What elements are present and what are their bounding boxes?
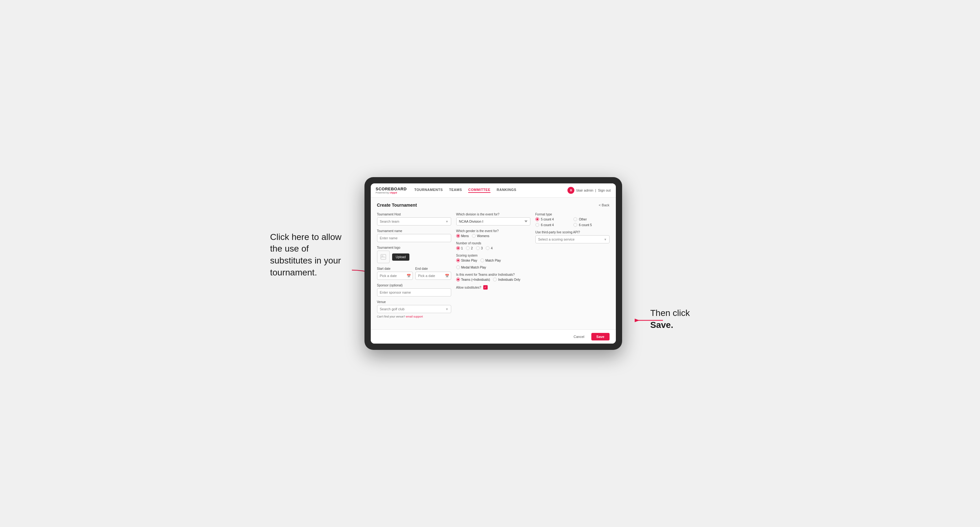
page-title: Create Tournament bbox=[377, 203, 417, 208]
logo-scoreboard: SCOREBOARD bbox=[376, 187, 407, 191]
event-teams[interactable]: Teams (+Individuals) bbox=[456, 278, 490, 281]
event-individuals-radio[interactable] bbox=[493, 278, 497, 281]
back-button[interactable]: < Back bbox=[599, 203, 609, 207]
date-row: Start date 📅 End date bbox=[377, 267, 451, 280]
format-6count5[interactable]: 6 count 5 bbox=[573, 223, 609, 227]
tournament-logo-group: Tournament logo Upload bbox=[377, 246, 451, 263]
scoring-stroke-radio[interactable] bbox=[456, 259, 460, 262]
end-date-wrap: 📅 bbox=[415, 271, 451, 280]
calendar-icon: 📅 bbox=[407, 274, 411, 278]
venue-input[interactable] bbox=[377, 305, 451, 313]
sponsor-group: Sponsor (optional) bbox=[377, 284, 451, 297]
scoring-match-radio[interactable] bbox=[480, 259, 484, 262]
cancel-button[interactable]: Cancel bbox=[570, 333, 588, 340]
end-date-group: End date 📅 bbox=[415, 267, 451, 280]
tournament-host-group: Tournament Host ▼ bbox=[377, 213, 451, 225]
logo-placeholder bbox=[377, 251, 390, 263]
nav-teams[interactable]: TEAMS bbox=[449, 188, 462, 193]
rounds-1[interactable]: 1 bbox=[456, 246, 463, 250]
tournament-host-input[interactable] bbox=[377, 217, 451, 225]
tournament-logo-label: Tournament logo bbox=[377, 246, 451, 249]
logo-area: SCOREBOARD Powered by clippd bbox=[376, 187, 407, 194]
form-col-1: Tournament Host ▼ Tournament name Tourna bbox=[377, 213, 451, 318]
substitutes-wrap: Allow substitutes? ✓ bbox=[456, 285, 530, 290]
format-group: Format type 5 count 4 Other bbox=[535, 213, 609, 227]
username: blair admin bbox=[576, 189, 593, 192]
scoring-dropdown-icon: ▼ bbox=[604, 238, 607, 241]
dropdown-icon: ▼ bbox=[445, 220, 449, 223]
nav-tournaments[interactable]: TOURNAMENTS bbox=[414, 188, 443, 193]
scoring-radio-group: Stroke Play Match Play Medal Match Play bbox=[456, 259, 530, 269]
logo-powered: Powered by clippd bbox=[376, 191, 407, 194]
rounds-4-radio[interactable] bbox=[486, 246, 490, 250]
event-type-group: Is this event for Teams and/or Individua… bbox=[456, 273, 530, 281]
page-wrapper: Click here to allow the use of substitut… bbox=[270, 177, 710, 350]
substitutes-group: Allow substitutes? ✓ bbox=[456, 285, 530, 290]
scoring-medal-match[interactable]: Medal Match Play bbox=[456, 265, 486, 269]
nav-rankings[interactable]: RANKINGS bbox=[497, 188, 517, 193]
event-teams-radio[interactable] bbox=[456, 278, 460, 281]
form-footer: Cancel Save bbox=[371, 329, 616, 344]
sponsor-input[interactable] bbox=[377, 288, 451, 297]
form-col-2: Which division is the event for? NCAA Di… bbox=[456, 213, 530, 318]
tournament-host-label: Tournament Host bbox=[377, 213, 451, 216]
tournament-name-label: Tournament name bbox=[377, 229, 451, 233]
pipe-separator: | bbox=[595, 189, 596, 192]
substitutes-checkbox[interactable]: ✓ bbox=[483, 285, 488, 290]
rounds-2[interactable]: 2 bbox=[466, 246, 473, 250]
gender-label: Which gender is the event for? bbox=[456, 229, 530, 233]
venue-dropdown-icon: ▼ bbox=[445, 308, 449, 311]
format-5count4-radio[interactable] bbox=[535, 217, 539, 221]
rounds-2-radio[interactable] bbox=[466, 246, 470, 250]
rounds-1-radio[interactable] bbox=[456, 246, 460, 250]
tournament-name-group: Tournament name bbox=[377, 229, 451, 242]
tablet-screen: SCOREBOARD Powered by clippd TOURNAMENTS… bbox=[371, 183, 616, 344]
format-other-radio[interactable] bbox=[573, 217, 577, 221]
scoring-stroke[interactable]: Stroke Play bbox=[456, 259, 477, 262]
format-6count4-radio[interactable] bbox=[535, 223, 539, 227]
format-5count4[interactable]: 5 count 4 bbox=[535, 217, 571, 221]
gender-womens-radio[interactable] bbox=[472, 234, 476, 238]
gender-mens[interactable]: Mens bbox=[456, 234, 469, 238]
scoring-group: Scoring system Stroke Play Match Play bbox=[456, 254, 530, 269]
form-col-3: Format type 5 count 4 Other bbox=[535, 213, 609, 318]
format-6count4[interactable]: 6 count 4 bbox=[535, 223, 571, 227]
start-date-label: Start date bbox=[377, 267, 413, 270]
nav-links: TOURNAMENTS TEAMS COMMITTEE RANKINGS bbox=[414, 188, 568, 193]
event-type-radio-group: Teams (+Individuals) Individuals Only bbox=[456, 278, 530, 281]
venue-email-link[interactable]: email support bbox=[406, 315, 423, 318]
rounds-group: Number of rounds 1 2 bbox=[456, 241, 530, 250]
rounds-4[interactable]: 4 bbox=[486, 246, 493, 250]
rounds-3-radio[interactable] bbox=[476, 246, 480, 250]
format-other[interactable]: Other bbox=[573, 217, 609, 221]
form-content: Create Tournament < Back Tournament Host… bbox=[371, 198, 616, 329]
calendar-icon-end: 📅 bbox=[445, 274, 449, 278]
rounds-3[interactable]: 3 bbox=[476, 246, 483, 250]
upload-button[interactable]: Upload bbox=[392, 254, 410, 261]
scoring-match[interactable]: Match Play bbox=[480, 259, 501, 262]
gender-mens-radio[interactable] bbox=[456, 234, 460, 238]
dates-group: Start date 📅 End date bbox=[377, 267, 451, 280]
svg-point-1 bbox=[382, 256, 383, 257]
start-date-wrap: 📅 bbox=[377, 271, 413, 280]
substitutes-label: Allow substitutes? bbox=[456, 286, 481, 289]
gender-womens[interactable]: Womens bbox=[472, 234, 489, 238]
format-6count5-radio[interactable] bbox=[573, 223, 577, 227]
tournament-name-input[interactable] bbox=[377, 234, 451, 242]
page-header: Create Tournament < Back bbox=[377, 203, 609, 208]
scoring-medal-radio[interactable] bbox=[456, 265, 460, 269]
nav-committee[interactable]: COMMITTEE bbox=[468, 188, 490, 193]
tablet-device: SCOREBOARD Powered by clippd TOURNAMENTS… bbox=[364, 177, 622, 350]
gender-group: Which gender is the event for? Mens Wome… bbox=[456, 229, 530, 238]
event-individuals[interactable]: Individuals Only bbox=[493, 278, 520, 281]
division-select[interactable]: NCAA Division I bbox=[456, 217, 530, 225]
division-group: Which division is the event for? NCAA Di… bbox=[456, 213, 530, 225]
start-date-group: Start date 📅 bbox=[377, 267, 413, 280]
venue-note: Can't find your venue? email support bbox=[377, 315, 451, 318]
end-date-label: End date bbox=[415, 267, 451, 270]
signout-link[interactable]: Sign out bbox=[598, 189, 611, 192]
rounds-radio-group: 1 2 3 bbox=[456, 246, 530, 250]
rounds-label: Number of rounds bbox=[456, 241, 530, 245]
save-button[interactable]: Save bbox=[591, 333, 609, 340]
scoring-service-input[interactable] bbox=[535, 235, 609, 243]
